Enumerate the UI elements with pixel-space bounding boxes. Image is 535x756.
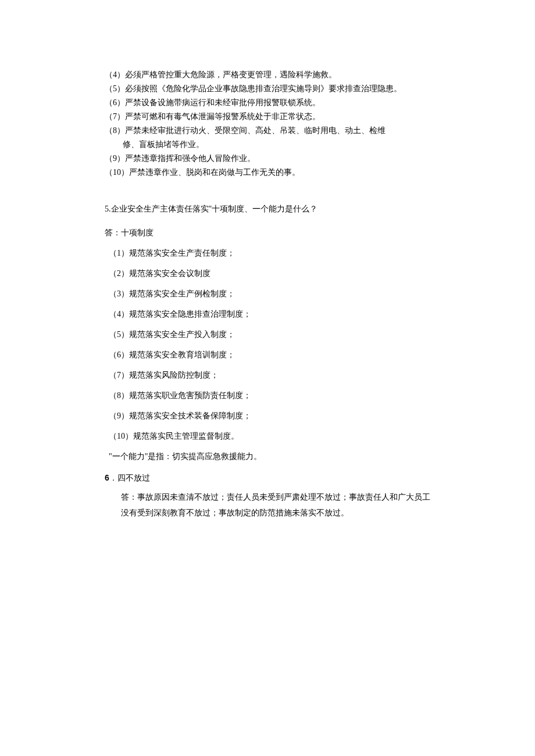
question-title-text: ．四不放过 [109, 474, 150, 482]
question-5-title: 5.企业安全生产主体责任落实"十项制度、一个能力是什么？ [105, 203, 430, 215]
list-item: （7）规范落实风险防控制度； [105, 369, 430, 381]
list-item: （1）规范落实安全生产责任制度； [105, 247, 430, 259]
question-6-title: 6．四不放过 [105, 472, 430, 484]
list-item: （4）规范落实安全隐患排查治理制度； [105, 308, 430, 320]
list-item: （8）严禁未经审批进行动火、受限空间、高处、吊装、临时用电、动土、检维 [105, 124, 430, 137]
list-item: （5）规范落实安全生产投入制度； [105, 328, 430, 341]
list-item: （3）规范落实安全生产例检制度； [105, 288, 430, 300]
section-4-continued-list: （4）必须严格管控重大危险源，严格变更管理，遇险科学施救。 （5）必须按照《危险… [105, 69, 430, 178]
section-6: 6．四不放过 答：事故原因未查清不放过；责任人员未受到严肃处理不放过；事故责任人… [105, 472, 430, 521]
list-item-continuation: 修、盲板抽堵等作业。 [105, 138, 430, 151]
ten-systems-list: （1）规范落实安全生产责任制度； （2）规范落实安全会议制度 （3）规范落实安全… [105, 247, 430, 463]
list-item: （4）必须严格管控重大危险源，严格变更管理，遇险科学施救。 [105, 69, 430, 81]
list-item: （9）严禁违章指挥和强令他人冒险作业。 [105, 152, 430, 164]
question-number: 6 [105, 473, 109, 482]
list-item: （6）严禁设备设施带病运行和未经审批停用报警联锁系统。 [105, 96, 430, 109]
list-item: （10）严禁违章作业、脱岗和在岗做与工作无关的事。 [105, 166, 430, 178]
section-5: 5.企业安全生产主体责任落实"十项制度、一个能力是什么？ 答：十项制度 （1）规… [105, 203, 430, 463]
list-item: （6）规范落实安全教育培训制度； [105, 349, 430, 361]
list-item: （5）必须按照《危险化学品企业事故隐患排查治理实施导则》要求排查治理隐患。 [105, 83, 430, 95]
one-ability-text: "一个能力"是指：切实提高应急救援能力。 [105, 450, 430, 463]
list-item: （7）严禁可燃和有毒气体泄漏等报警系统处于非正常状态。 [105, 110, 430, 123]
answer-label: 答：十项制度 [105, 227, 430, 239]
answer-6-text: 答：事故原因未查清不放过；责任人员未受到严肃处理不放过；事故责任人和广大员工没有… [105, 490, 430, 521]
list-item: （10）规范落实民主管理监督制度。 [105, 430, 430, 442]
list-item: （9）规范落实安全技术装备保障制度； [105, 410, 430, 422]
list-item: （8）规范落实职业危害预防责任制度； [105, 389, 430, 402]
list-item: （2）规范落实安全会议制度 [105, 267, 430, 280]
